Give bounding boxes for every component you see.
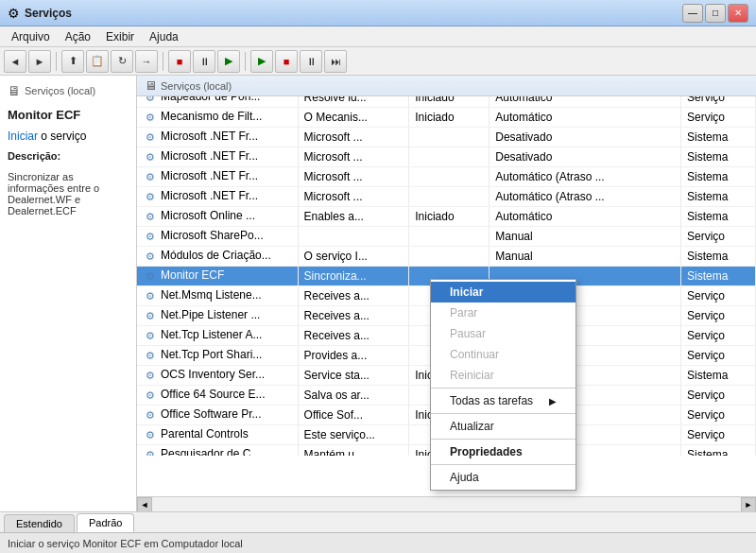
table-row[interactable]: ⚙Microsoft .NET Fr...Microsoft ...Automá…: [137, 187, 756, 207]
maximize-button[interactable]: □: [705, 4, 726, 23]
service-icon: ⚙: [143, 110, 158, 125]
cell-tipo: Manual: [490, 227, 681, 247]
table-row[interactable]: ⚙Mapeador de Pon...Resolve id...Iniciado…: [137, 96, 756, 108]
table-row[interactable]: ⚙Microsoft .NET Fr...Microsoft ...Automá…: [137, 167, 756, 187]
tab-estendido[interactable]: Estendido: [4, 514, 75, 532]
pause-button[interactable]: ⏸: [193, 50, 215, 73]
ctx-ajuda[interactable]: Ajuda: [431, 467, 576, 488]
up-button[interactable]: ⬆: [61, 50, 84, 73]
stop-button[interactable]: ■: [168, 50, 191, 73]
cell-fazer: Sistema: [681, 267, 756, 286]
cell-desc: Microsoft ...: [298, 128, 409, 147]
cell-desc: Microsoft ...: [298, 147, 409, 167]
iniciar-link[interactable]: Iniciar: [8, 130, 38, 143]
cell-tipo: Automático (Atraso ...: [490, 187, 681, 207]
ctx-todas-tarefas[interactable]: Todas as tarefas ▶: [431, 390, 576, 411]
cell-fazer: Serviço: [681, 227, 756, 247]
play-button[interactable]: ▶: [250, 50, 273, 73]
cell-name: ⚙Net.Tcp Port Shari...: [137, 346, 298, 366]
ctx-atualizar[interactable]: Atualizar: [431, 416, 576, 437]
cell-name: ⚙Microsoft .NET Fr...: [137, 167, 298, 187]
cell-status: Iniciado: [409, 96, 490, 108]
toolbar-sep-2: [163, 52, 163, 71]
service-icon: ⚙: [143, 229, 158, 244]
table-row[interactable]: ⚙Módulos de Criação...O serviço I...Manu…: [137, 247, 756, 267]
cell-status: Iniciado: [409, 207, 490, 227]
scroll-track-h: [152, 497, 741, 512]
cell-desc: Este serviço...: [298, 425, 409, 445]
tab-padrao[interactable]: Padrão: [77, 513, 134, 532]
menu-exibir[interactable]: Exibir: [98, 28, 142, 45]
cell-tipo: Automático: [490, 96, 681, 108]
ctx-reiniciar: Reiniciar: [431, 365, 576, 386]
cell-tipo: Manual: [490, 247, 681, 267]
service-icon: ⚙: [143, 268, 158, 284]
back-button[interactable]: ◄: [4, 50, 26, 73]
scroll-right-btn[interactable]: ►: [741, 497, 756, 512]
menu-arquivo[interactable]: Arquivo: [4, 28, 58, 45]
ctx-iniciar[interactable]: Iniciar: [431, 282, 576, 302]
ctx-propriedades[interactable]: Propriedades: [431, 441, 576, 462]
skip-button[interactable]: ⏭: [324, 50, 347, 73]
cell-desc: Microsoft ...: [298, 167, 409, 187]
cell-tipo: Desativado: [490, 147, 681, 167]
toolbar-sep-1: [56, 52, 57, 71]
cell-name: ⚙Net.Msmq Listene...: [137, 286, 298, 306]
submenu-arrow: ▶: [549, 396, 557, 406]
cell-desc: Service sta...: [298, 366, 409, 386]
service-icon: ⚙: [143, 427, 158, 442]
stop2-button[interactable]: ■: [275, 50, 298, 73]
cell-desc: Enables a...: [298, 207, 409, 227]
refresh-button[interactable]: ↻: [111, 50, 133, 73]
cell-name: ⚙Parental Controls: [137, 425, 298, 445]
cell-tipo: Automático: [490, 207, 681, 227]
cell-name: ⚙Office 64 Source E...: [137, 386, 298, 406]
table-row[interactable]: ⚙Microsoft SharePo...ManualServiço: [137, 227, 756, 247]
export-button[interactable]: →: [135, 50, 158, 73]
left-panel-header: 🖥 Serviços (local): [8, 83, 129, 98]
table-row[interactable]: ⚙Microsoft .NET Fr...Microsoft ...Desati…: [137, 147, 756, 167]
cell-desc: Office Sof...: [298, 406, 409, 425]
table-row[interactable]: ⚙Mecanismo de Filt...O Mecanis...Iniciad…: [137, 108, 756, 128]
minimize-button[interactable]: —: [682, 4, 703, 23]
desc-label: Descrição:: [8, 150, 129, 162]
resume-button[interactable]: ▶: [217, 50, 240, 73]
right-header-text: Serviços (local): [161, 80, 232, 92]
service-icon: ⚙: [143, 328, 158, 343]
cell-fazer: Serviço: [681, 306, 756, 326]
cell-status: [409, 247, 490, 267]
bottom-tabs: Estendido Padrão: [0, 511, 756, 532]
cell-fazer: Sistema: [681, 247, 756, 267]
close-button[interactable]: ✕: [728, 4, 748, 23]
cell-name: ⚙Microsoft .NET Fr...: [137, 187, 298, 207]
cell-name: ⚙Monitor ECF: [137, 267, 298, 286]
menu-acao[interactable]: Ação: [58, 28, 98, 45]
view-button[interactable]: 📋: [86, 50, 109, 73]
cell-fazer: Serviço: [681, 286, 756, 306]
table-row[interactable]: ⚙Microsoft .NET Fr...Microsoft ...Desati…: [137, 128, 756, 147]
scroll-left-btn[interactable]: ◄: [137, 497, 152, 512]
ctx-sep-1: [431, 388, 576, 389]
pause2-button[interactable]: ⏸: [300, 50, 322, 73]
scrollbar-h[interactable]: ◄ ►: [137, 496, 756, 511]
cell-tipo: Automático (Atraso ...: [490, 167, 681, 187]
service-icon: ⚙: [143, 388, 158, 403]
menu-bar: Arquivo Ação Exibir Ajuda: [0, 26, 756, 47]
service-icon: ⚙: [143, 169, 158, 184]
computer-icon: 🖥: [8, 83, 21, 98]
cell-name: ⚙Mapeador de Pon...: [137, 96, 298, 108]
cell-name: ⚙Net.Pipe Listener ...: [137, 306, 298, 326]
cell-fazer: Sistema: [681, 187, 756, 207]
forward-button[interactable]: ►: [28, 50, 51, 73]
cell-status: [409, 147, 490, 167]
menu-ajuda[interactable]: Ajuda: [142, 28, 186, 45]
cell-fazer: Sistema: [681, 366, 756, 386]
table-row[interactable]: ⚙Microsoft Online ...Enables a...Iniciad…: [137, 207, 756, 227]
cell-name: ⚙Microsoft .NET Fr...: [137, 128, 298, 147]
service-icon: ⚙: [143, 189, 158, 204]
cell-fazer: Serviço: [681, 326, 756, 346]
cell-fazer: Sistema: [681, 147, 756, 167]
cell-name: ⚙Pesquisador de C...: [137, 445, 298, 457]
cell-name: ⚙Office Software Pr...: [137, 406, 298, 425]
cell-name: ⚙Mecanismo de Filt...: [137, 108, 298, 128]
